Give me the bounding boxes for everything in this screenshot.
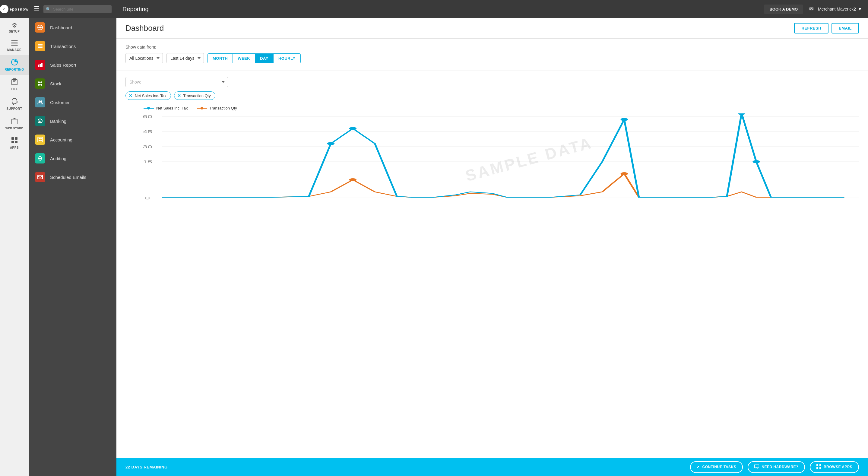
banking-icon <box>35 116 45 126</box>
tag-transaction-qty-label: Transaction Qty <box>183 93 211 98</box>
grid-icon <box>816 464 821 470</box>
days-remaining: 22 DAYS REMAINING <box>125 465 690 469</box>
setup-label: SETUP <box>9 30 20 33</box>
sidebar-item-scheduled-emails[interactable]: Scheduled Emails <box>29 168 116 186</box>
tags-row: ✕ Net Sales Inc. Tax ✕ Transaction Qty <box>125 91 859 100</box>
scheduled-emails-icon <box>35 172 45 182</box>
month-button[interactable]: MONTH <box>208 54 233 63</box>
top-right: ✉ Merchant Maverick2 ▼ <box>809 6 862 12</box>
sidebar-item-webstore[interactable]: WEB STORE <box>0 114 29 133</box>
svg-rect-12 <box>11 141 14 143</box>
apps-icon <box>11 137 18 145</box>
search-icon: 🔍 <box>46 7 51 11</box>
sidebar-item-reporting[interactable]: REPORTING <box>0 55 29 75</box>
mail-icon[interactable]: ✉ <box>809 6 814 12</box>
sidebar-item-banking[interactable]: Banking <box>29 112 116 130</box>
sidebar-item-auditing[interactable]: Auditing <box>29 149 116 168</box>
svg-text:0: 0 <box>145 196 150 200</box>
svg-rect-31 <box>40 138 42 139</box>
svg-point-47 <box>621 118 628 121</box>
time-range-select[interactable]: Last 14 days Last 7 days Last 30 days <box>166 53 204 63</box>
sidebar-item-apps[interactable]: APPS <box>0 133 29 153</box>
svg-point-27 <box>40 100 42 102</box>
sidebar-item-dashboard[interactable]: Dashboard <box>29 18 116 37</box>
svg-rect-20 <box>39 64 41 67</box>
tag-net-sales: ✕ Net Sales Inc. Tax <box>125 91 171 100</box>
svg-point-50 <box>349 178 356 181</box>
webstore-icon <box>11 118 18 126</box>
header-buttons: REFRESH EMAIL <box>794 23 859 33</box>
user-dropdown[interactable]: Merchant Maverick2 ▼ <box>818 7 862 11</box>
svg-rect-16 <box>38 44 42 44</box>
email-button[interactable]: EMAIL <box>832 23 859 33</box>
need-hardware-button[interactable]: NEED HARDWARE? <box>748 461 805 473</box>
user-name: Merchant Maverick2 <box>818 7 856 11</box>
svg-rect-32 <box>39 140 40 141</box>
sidebar-item-stock[interactable]: Stock <box>29 74 116 93</box>
page-title: Reporting <box>122 6 764 13</box>
manage-icon <box>11 40 18 47</box>
period-buttons: MONTH WEEK DAY HOURLY <box>208 53 301 63</box>
legend-net-sales-label: Net Sales Inc. Tax <box>156 106 188 110</box>
auditing-icon <box>35 153 45 163</box>
sidebar-item-till[interactable]: TILL <box>0 75 29 94</box>
chart-svg: 60 45 30 15 0 <box>125 113 859 204</box>
sidebar-item-support[interactable]: SUPPORT <box>0 94 29 114</box>
sidebar-item-setup[interactable]: ⚙ SETUP <box>0 18 29 37</box>
svg-text:15: 15 <box>143 160 152 164</box>
sidebar-item-accounting[interactable]: Accounting <box>29 130 116 149</box>
dashboard-label: Dashboard <box>50 25 72 30</box>
stock-icon <box>35 79 45 89</box>
tag-net-sales-remove[interactable]: ✕ <box>129 93 132 98</box>
checkmark-icon: ✔ <box>697 465 700 469</box>
week-button[interactable]: WEEK <box>233 54 255 63</box>
tag-transaction-qty-remove[interactable]: ✕ <box>177 93 181 98</box>
bottom-buttons: ✔ CONTINUE TASKS NEED HARDWARE? <box>690 461 859 473</box>
svg-rect-2 <box>11 44 18 46</box>
show-dropdown[interactable]: Show: <box>125 77 228 87</box>
svg-rect-9 <box>12 119 17 124</box>
sidebar-item-customer[interactable]: Customer <box>29 93 116 112</box>
day-button[interactable]: DAY <box>255 54 274 63</box>
webstore-label: WEB STORE <box>5 127 23 130</box>
browse-apps-label: BROWSE APPS <box>824 465 852 469</box>
svg-point-46 <box>327 142 335 145</box>
sales-report-label: Sales Report <box>50 62 76 67</box>
svg-rect-7 <box>14 82 16 82</box>
sidebar-item-sales-report[interactable]: Sales Report <box>29 56 116 74</box>
svg-rect-13 <box>15 141 18 143</box>
sales-report-icon <box>35 60 45 70</box>
svg-rect-8 <box>16 82 16 82</box>
apps-label: APPS <box>10 146 19 149</box>
svg-rect-18 <box>38 47 42 48</box>
reporting-label: REPORTING <box>5 68 24 71</box>
customer-icon <box>35 97 45 108</box>
sidebar-header: ☰ 🔍 <box>29 0 116 18</box>
sidebar-item-manage[interactable]: MANAGE <box>0 37 29 55</box>
location-select[interactable]: All Locations Location 1 <box>125 53 163 63</box>
svg-rect-56 <box>819 467 821 469</box>
dashboard-header: Dashboard REFRESH EMAIL <box>116 18 868 39</box>
top-bar: Reporting BOOK A DEMO ✉ Merchant Maveric… <box>116 0 868 18</box>
book-demo-button[interactable]: BOOK A DEMO <box>764 4 803 14</box>
hourly-button[interactable]: HOURLY <box>274 54 300 63</box>
sidebar-item-transactions[interactable]: Transactions <box>29 37 116 56</box>
hamburger-icon[interactable]: ☰ <box>34 5 40 13</box>
svg-point-25 <box>40 84 42 86</box>
svg-point-23 <box>40 82 42 83</box>
svg-point-22 <box>38 82 40 83</box>
refresh-button[interactable]: REFRESH <box>794 23 829 33</box>
legend-transaction-qty-label: Transaction Qty <box>210 106 237 110</box>
scheduled-emails-label: Scheduled Emails <box>50 175 86 180</box>
chart-wrapper: Net Sales Inc. Tax Transaction Qty SAMPL… <box>125 106 859 208</box>
continue-tasks-button[interactable]: ✔ CONTINUE TASKS <box>690 461 743 473</box>
main-content: Reporting BOOK A DEMO ✉ Merchant Maveric… <box>116 0 868 476</box>
search-input[interactable] <box>43 5 112 13</box>
browse-apps-button[interactable]: BROWSE APPS <box>810 461 859 473</box>
chart-legend: Net Sales Inc. Tax Transaction Qty <box>125 106 859 110</box>
svg-rect-21 <box>41 63 42 67</box>
monitor-icon <box>754 465 759 470</box>
svg-rect-10 <box>11 137 14 140</box>
svg-point-45 <box>349 127 356 130</box>
svg-text:60: 60 <box>143 115 152 119</box>
